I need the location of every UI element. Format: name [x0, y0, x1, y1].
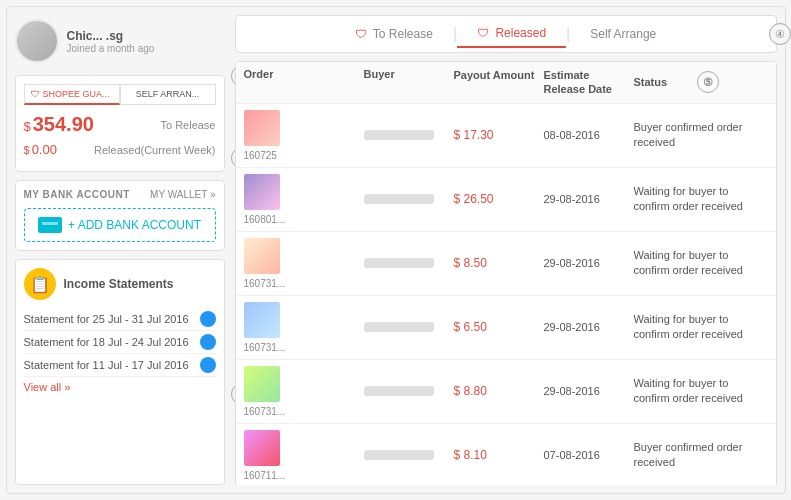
svg-point-3 — [204, 338, 212, 346]
statement-badge-3 — [200, 357, 216, 373]
release-date-cell-3: 29-08-2016 — [544, 257, 634, 269]
income-header: 📋 Income Statements — [24, 268, 216, 300]
table-row: 160725 $ 17.30 08-08-2016 Buyer confirme… — [236, 104, 776, 168]
released-amount: 0.00 — [32, 142, 57, 157]
payout-cell-4: $ 6.50 — [454, 320, 544, 334]
to-release-dollar: $ — [24, 119, 31, 134]
order-cell-5: 160731... — [244, 366, 364, 417]
released-row: $ 0.00 Released(Current Week) — [24, 142, 216, 157]
income-icon: 📋 — [24, 268, 56, 300]
avatar — [15, 19, 59, 63]
payout-cell-3: $ 8.50 — [454, 256, 544, 270]
order-cell-3: 160731... — [244, 238, 364, 289]
profile-joined: Joined a month ago — [67, 43, 155, 54]
list-item: Statement for 18 Jul - 24 Jul 2016 — [24, 331, 216, 354]
status-cell-6: Buyer confirmed order received — [634, 440, 768, 471]
released-label: Released(Current Week) — [94, 144, 215, 156]
payout-cell-6: $ 8.10 — [454, 448, 544, 462]
balance-box: 🛡 SHOPEE GUA... SELF ARRAN... $ 354.90 T… — [15, 75, 225, 172]
check-shield-icon: 🛡 — [477, 26, 489, 40]
add-bank-button[interactable]: + ADD BANK ACCOUNT — [24, 208, 216, 242]
status-cell-5: Waiting for buyer to confirm order recei… — [634, 376, 768, 407]
profile-name: Chic... .sg — [67, 29, 155, 43]
status-cell-1: Buyer confirmed order received — [634, 120, 768, 151]
table-row: 160711... $ 8.10 07-08-2016 Buyer confir… — [236, 424, 776, 485]
table-row: 160731... $ 6.50 29-08-2016 Waiting for … — [236, 296, 776, 360]
tab-to-release[interactable]: 🛡 To Release — [335, 21, 453, 47]
col-header-payout: Payout Amount — [454, 68, 544, 97]
circle-label-5: ⑤ — [697, 71, 719, 93]
to-release-amount: 354.90 — [33, 113, 94, 136]
statement-badge-2 — [200, 334, 216, 350]
order-thumbnail-5 — [244, 366, 280, 402]
buyer-cell-6 — [364, 450, 454, 460]
order-cell-6: 160711... — [244, 430, 364, 481]
col-header-estimate: Estimate Release Date — [544, 68, 634, 97]
payout-cell-2: $ 26.50 — [454, 192, 544, 206]
col-header-status: Status — [634, 76, 668, 88]
release-date-cell-4: 29-08-2016 — [544, 321, 634, 333]
statement-badge-1 — [200, 311, 216, 327]
document-icon: 📋 — [30, 275, 50, 294]
order-thumbnail-6 — [244, 430, 280, 466]
income-statements-box: 📋 Income Statements Statement for 25 Jul… — [15, 259, 225, 485]
release-date-cell-1: 08-08-2016 — [544, 129, 634, 141]
table-row: 160801... $ 26.50 29-08-2016 Waiting for… — [236, 168, 776, 232]
svg-rect-1 — [42, 222, 58, 225]
tabs-container: 🛡 To Release | 🛡 Released | Self Arrange — [235, 15, 777, 53]
orders-table: Order Buyer Payout Amount Estimate Relea… — [235, 61, 777, 485]
status-cell-4: Waiting for buyer to confirm order recei… — [634, 312, 768, 343]
svg-point-2 — [204, 315, 212, 323]
table-row: 160731... $ 8.50 29-08-2016 Waiting for … — [236, 232, 776, 296]
order-thumbnail-2 — [244, 174, 280, 210]
statement-list: Statement for 25 Jul - 31 Jul 2016 State… — [24, 308, 216, 377]
to-release-row: $ 354.90 To Release — [24, 113, 216, 136]
to-release-label: To Release — [160, 119, 215, 131]
buyer-cell-2 — [364, 194, 454, 204]
tab-self-arrange[interactable]: SELF ARRAN... — [120, 84, 216, 105]
tab-shopee-guarantee[interactable]: 🛡 SHOPEE GUA... — [24, 84, 120, 105]
bank-account-box: MY BANK ACCOUNT MY WALLET » + ADD BANK A… — [15, 180, 225, 251]
shield-icon: 🛡 — [31, 89, 40, 99]
list-item: Statement for 11 Jul - 17 Jul 2016 — [24, 354, 216, 377]
bank-card-icon — [38, 217, 62, 233]
income-title: Income Statements — [64, 277, 174, 291]
order-cell-4: 160731... — [244, 302, 364, 353]
tab-self-arrange[interactable]: Self Arrange — [570, 21, 676, 47]
balance-tabs: 🛡 SHOPEE GUA... SELF ARRAN... — [24, 84, 216, 105]
shield-small-icon: 🛡 — [355, 27, 367, 41]
buyer-cell-4 — [364, 322, 454, 332]
table-header: Order Buyer Payout Amount Estimate Relea… — [236, 62, 776, 104]
view-all-link[interactable]: View all » — [24, 381, 71, 393]
col-header-buyer: Buyer — [364, 68, 454, 97]
profile-section: Chic... .sg Joined a month ago — [15, 15, 225, 67]
tab-released[interactable]: 🛡 Released — [457, 20, 566, 48]
order-thumbnail-4 — [244, 302, 280, 338]
payout-cell-1: $ 17.30 — [454, 128, 544, 142]
payout-cell-5: $ 8.80 — [454, 384, 544, 398]
profile-info: Chic... .sg Joined a month ago — [67, 29, 155, 54]
order-thumbnail-1 — [244, 110, 280, 146]
buyer-cell-3 — [364, 258, 454, 268]
release-date-cell-6: 07-08-2016 — [544, 449, 634, 461]
release-date-cell-2: 29-08-2016 — [544, 193, 634, 205]
circle-label-4: ④ — [769, 23, 791, 45]
my-wallet-link[interactable]: MY WALLET » — [150, 189, 215, 200]
buyer-cell-5 — [364, 386, 454, 396]
buyer-cell-1 — [364, 130, 454, 140]
release-date-cell-5: 29-08-2016 — [544, 385, 634, 397]
svg-point-4 — [204, 361, 212, 369]
add-bank-label: + ADD BANK ACCOUNT — [68, 218, 201, 232]
status-cell-2: Waiting for buyer to confirm order recei… — [634, 184, 768, 215]
status-cell-3: Waiting for buyer to confirm order recei… — [634, 248, 768, 279]
bank-header: MY BANK ACCOUNT MY WALLET » — [24, 189, 216, 200]
released-dollar: $ — [24, 144, 30, 156]
order-cell-1: 160725 — [244, 110, 364, 161]
list-item: Statement for 25 Jul - 31 Jul 2016 — [24, 308, 216, 331]
col-header-order: Order — [244, 68, 364, 97]
table-row: 160731... $ 8.80 29-08-2016 Waiting for … — [236, 360, 776, 424]
bank-account-title: MY BANK ACCOUNT — [24, 189, 130, 200]
order-thumbnail-3 — [244, 238, 280, 274]
order-cell-2: 160801... — [244, 174, 364, 225]
